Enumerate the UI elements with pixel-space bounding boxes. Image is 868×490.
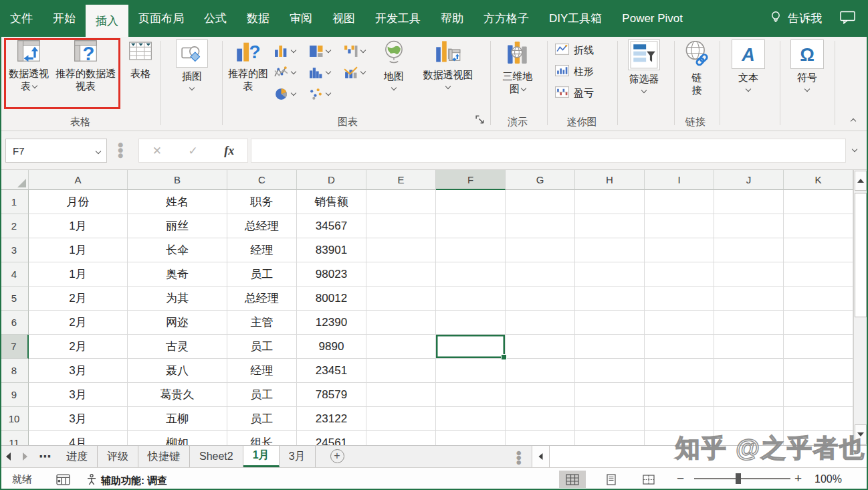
cell[interactable]: 1月 — [29, 238, 128, 262]
column-header[interactable]: C — [227, 170, 297, 190]
cell[interactable] — [645, 238, 714, 262]
row-header[interactable]: 5 — [0, 287, 29, 311]
enter-button[interactable]: ✓ — [189, 144, 198, 158]
zoom-slider-handle[interactable] — [736, 473, 741, 484]
cell[interactable] — [575, 359, 645, 383]
sheet-tab[interactable]: 3月 — [280, 446, 316, 467]
cell[interactable] — [436, 214, 506, 238]
insert-combo-chart-button[interactable] — [344, 62, 376, 82]
cell[interactable] — [575, 190, 645, 214]
row-header[interactable]: 1 — [0, 190, 29, 214]
scroll-up-button[interactable] — [855, 171, 867, 191]
zoom-out-button[interactable]: − — [677, 471, 684, 486]
comments-icon[interactable] — [839, 10, 856, 27]
cell[interactable] — [645, 407, 714, 431]
cell[interactable]: 主管 — [227, 311, 297, 335]
cell[interactable]: 1月 — [29, 262, 128, 287]
cell[interactable]: 80012 — [297, 287, 366, 311]
column-header[interactable]: E — [366, 170, 436, 190]
cell[interactable] — [575, 431, 645, 445]
cell[interactable]: 23122 — [297, 407, 366, 431]
cancel-button[interactable]: ✕ — [152, 144, 162, 158]
charts-dialog-launcher[interactable] — [475, 114, 485, 127]
expand-formula-bar-icon[interactable] — [852, 147, 857, 152]
row-header[interactable]: 2 — [0, 214, 29, 238]
menu-tab-power-pivot[interactable]: Power Pivot — [612, 0, 693, 37]
column-header[interactable]: J — [714, 170, 784, 190]
3d-map-button[interactable]: 三维地图 — [495, 39, 540, 95]
column-header-selected[interactable]: F — [436, 170, 506, 190]
cell[interactable]: 78579 — [297, 383, 366, 407]
cell[interactable] — [714, 383, 784, 407]
cell[interactable] — [366, 190, 436, 214]
cell[interactable] — [366, 407, 436, 431]
cell[interactable] — [784, 383, 853, 407]
new-sheet-button[interactable]: + — [330, 449, 344, 463]
zoom-level-label[interactable]: 100% — [815, 473, 842, 485]
symbols-button[interactable]: Ω 符号 — [786, 39, 828, 91]
horizontal-scrollbar[interactable] — [532, 446, 867, 468]
cell[interactable] — [714, 359, 784, 383]
cell[interactable]: 员工 — [227, 383, 297, 407]
cell[interactable]: 员工 — [227, 407, 297, 431]
cell[interactable]: 12390 — [297, 311, 366, 335]
column-header[interactable]: A — [29, 170, 128, 190]
formula-bar-handle[interactable]: ⦁⦁⦁ — [118, 142, 123, 158]
cell[interactable]: 长伞 — [128, 238, 227, 262]
prev-sheet-icon[interactable] — [0, 446, 17, 467]
cell[interactable] — [506, 431, 575, 445]
cell[interactable] — [714, 214, 784, 238]
cell[interactable] — [714, 335, 784, 359]
name-box[interactable]: F7 — [5, 139, 107, 163]
cell[interactable]: 古灵 — [128, 335, 227, 359]
horizontal-scrollbar-thumb[interactable] — [550, 446, 867, 468]
insert-statistic-chart-button[interactable] — [309, 62, 341, 82]
scroll-down-button[interactable] — [855, 424, 867, 444]
table-button[interactable]: 表格 — [123, 39, 158, 80]
cell[interactable]: 2月 — [29, 335, 128, 359]
cell[interactable]: 3月 — [29, 359, 128, 383]
cell[interactable]: 员工 — [227, 335, 297, 359]
row-header[interactable]: 4 — [0, 262, 29, 287]
cell[interactable] — [436, 238, 506, 262]
selected-cell[interactable] — [436, 335, 506, 359]
cell[interactable]: 总经理 — [227, 287, 297, 311]
cell[interactable]: 葛贵久 — [128, 383, 227, 407]
illustrations-button[interactable]: 插图 — [169, 39, 215, 90]
link-button[interactable]: 链接 — [678, 39, 716, 96]
cell[interactable] — [436, 383, 506, 407]
pivottable-button[interactable]: 数据透视表 — [7, 39, 51, 92]
row-header[interactable]: 9 — [0, 383, 29, 407]
cell[interactable] — [436, 311, 506, 335]
cell[interactable]: 总经理 — [227, 214, 297, 238]
cell[interactable] — [645, 431, 714, 445]
vertical-scrollbar-thumb[interactable] — [855, 193, 867, 317]
cell[interactable] — [506, 311, 575, 335]
cell[interactable]: 五柳 — [128, 407, 227, 431]
cell[interactable] — [575, 214, 645, 238]
cell[interactable]: 奥奇 — [128, 262, 227, 287]
cell[interactable] — [436, 190, 506, 214]
cell[interactable]: 网迩 — [128, 311, 227, 335]
insert-waterfall-chart-button[interactable] — [344, 40, 376, 60]
cell[interactable]: 经理 — [227, 238, 297, 262]
zoom-in-button[interactable]: + — [794, 471, 802, 486]
cell[interactable] — [575, 262, 645, 287]
cell[interactable] — [436, 359, 506, 383]
normal-view-button[interactable] — [559, 471, 586, 488]
cell[interactable]: 销售额 — [297, 190, 366, 214]
cell[interactable] — [366, 383, 436, 407]
menu-tab-home[interactable]: 开始 — [43, 0, 86, 37]
cell[interactable] — [366, 238, 436, 262]
sheet-tab[interactable]: 进度 — [57, 446, 98, 467]
cell[interactable] — [366, 335, 436, 359]
row-header[interactable]: 3 — [0, 238, 29, 262]
cell[interactable] — [784, 359, 853, 383]
collapse-ribbon-icon[interactable] — [851, 118, 856, 124]
slicer-filters-button[interactable]: 筛选器 — [622, 39, 666, 92]
cell[interactable] — [366, 214, 436, 238]
cell[interactable] — [575, 383, 645, 407]
menu-tab-insert[interactable]: 插入 — [86, 5, 128, 37]
cell[interactable] — [714, 431, 784, 445]
cell[interactable] — [784, 287, 853, 311]
